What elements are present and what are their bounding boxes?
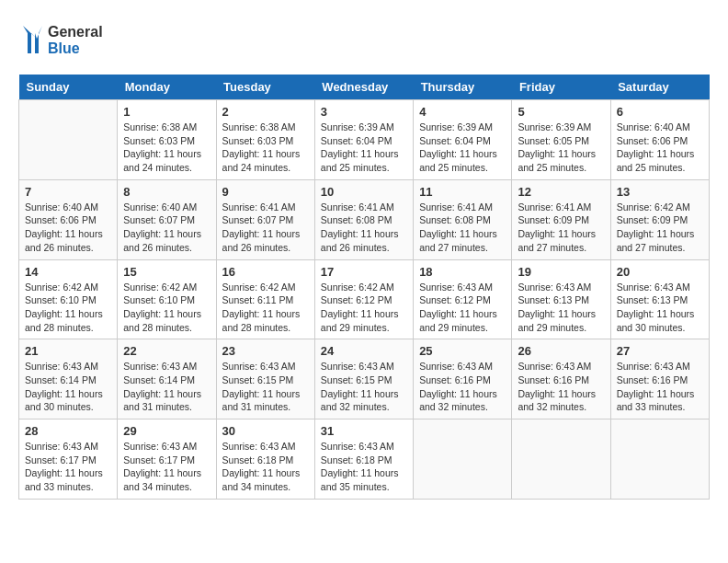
- date-number: 4: [419, 105, 506, 119]
- cell-info: Sunrise: 6:43 AM Sunset: 6:16 PM Dayligh…: [617, 360, 703, 414]
- calendar-cell: 25Sunrise: 6:43 AM Sunset: 6:16 PM Dayli…: [414, 339, 512, 419]
- date-number: 29: [123, 424, 210, 438]
- date-number: 7: [25, 185, 111, 199]
- svg-marker-1: [35, 26, 42, 53]
- cell-info: Sunrise: 6:40 AM Sunset: 6:07 PM Dayligh…: [123, 201, 210, 255]
- calendar-cell: 15Sunrise: 6:42 AM Sunset: 6:10 PM Dayli…: [118, 259, 216, 339]
- date-number: 5: [518, 105, 604, 119]
- calendar-week-5: 28Sunrise: 6:43 AM Sunset: 6:17 PM Dayli…: [19, 419, 710, 500]
- date-number: 2: [222, 105, 309, 119]
- date-number: 10: [321, 185, 407, 199]
- calendar-cell: 16Sunrise: 6:42 AM Sunset: 6:11 PM Dayli…: [216, 259, 314, 339]
- cell-info: Sunrise: 6:38 AM Sunset: 6:03 PM Dayligh…: [222, 121, 309, 175]
- svg-text:General: General: [48, 24, 103, 40]
- calendar-cell: 29Sunrise: 6:43 AM Sunset: 6:17 PM Dayli…: [118, 419, 216, 500]
- cell-info: Sunrise: 6:42 AM Sunset: 6:09 PM Dayligh…: [617, 201, 703, 255]
- cell-info: Sunrise: 6:42 AM Sunset: 6:10 PM Dayligh…: [25, 281, 111, 335]
- date-number: 3: [321, 105, 407, 119]
- calendar-cell: 18Sunrise: 6:43 AM Sunset: 6:12 PM Dayli…: [414, 259, 512, 339]
- cell-info: Sunrise: 6:41 AM Sunset: 6:07 PM Dayligh…: [222, 201, 309, 255]
- date-number: 13: [617, 185, 703, 199]
- cell-info: Sunrise: 6:43 AM Sunset: 6:17 PM Dayligh…: [123, 440, 210, 494]
- date-number: 27: [617, 344, 703, 358]
- calendar-cell: 13Sunrise: 6:42 AM Sunset: 6:09 PM Dayli…: [610, 179, 709, 259]
- calendar-cell: 2Sunrise: 6:38 AM Sunset: 6:03 PM Daylig…: [216, 100, 314, 180]
- date-number: 25: [419, 344, 506, 358]
- date-number: 23: [222, 344, 309, 358]
- day-header-tuesday: Tuesday: [216, 75, 314, 100]
- date-number: 8: [123, 185, 210, 199]
- calendar-cell: 28Sunrise: 6:43 AM Sunset: 6:17 PM Dayli…: [19, 419, 118, 500]
- cell-info: Sunrise: 6:43 AM Sunset: 6:14 PM Dayligh…: [123, 360, 210, 414]
- cell-info: Sunrise: 6:41 AM Sunset: 6:09 PM Dayligh…: [518, 201, 604, 255]
- date-number: 30: [222, 424, 309, 438]
- calendar-cell: 1Sunrise: 6:38 AM Sunset: 6:03 PM Daylig…: [118, 100, 216, 180]
- cell-info: Sunrise: 6:42 AM Sunset: 6:12 PM Dayligh…: [321, 281, 407, 335]
- calendar-week-3: 14Sunrise: 6:42 AM Sunset: 6:10 PM Dayli…: [19, 259, 710, 339]
- day-header-thursday: Thursday: [414, 75, 512, 100]
- calendar-cell: 8Sunrise: 6:40 AM Sunset: 6:07 PM Daylig…: [118, 179, 216, 259]
- day-header-saturday: Saturday: [610, 75, 709, 100]
- cell-info: Sunrise: 6:43 AM Sunset: 6:14 PM Dayligh…: [25, 360, 111, 414]
- cell-info: Sunrise: 6:38 AM Sunset: 6:03 PM Dayligh…: [123, 121, 210, 175]
- calendar-cell: 19Sunrise: 6:43 AM Sunset: 6:13 PM Dayli…: [512, 259, 610, 339]
- logo-svg: GeneralBlue: [18, 18, 119, 60]
- date-number: 11: [419, 185, 506, 199]
- date-number: 18: [419, 265, 506, 279]
- cell-info: Sunrise: 6:43 AM Sunset: 6:16 PM Dayligh…: [419, 360, 506, 414]
- date-number: 20: [617, 265, 703, 279]
- date-number: 16: [222, 265, 309, 279]
- calendar-cell: 14Sunrise: 6:42 AM Sunset: 6:10 PM Dayli…: [19, 259, 118, 339]
- logo: GeneralBlue: [18, 18, 119, 60]
- date-number: 28: [25, 424, 111, 438]
- calendar-week-1: 1Sunrise: 6:38 AM Sunset: 6:03 PM Daylig…: [19, 100, 710, 180]
- calendar-cell: 5Sunrise: 6:39 AM Sunset: 6:05 PM Daylig…: [512, 100, 610, 180]
- day-header-monday: Monday: [118, 75, 216, 100]
- calendar-cell: 3Sunrise: 6:39 AM Sunset: 6:04 PM Daylig…: [314, 100, 413, 180]
- date-number: 24: [321, 344, 407, 358]
- day-header-row: SundayMondayTuesdayWednesdayThursdayFrid…: [19, 75, 710, 100]
- page-header: GeneralBlue: [18, 18, 710, 60]
- day-header-wednesday: Wednesday: [314, 75, 413, 100]
- calendar-cell: 22Sunrise: 6:43 AM Sunset: 6:14 PM Dayli…: [118, 339, 216, 419]
- cell-info: Sunrise: 6:43 AM Sunset: 6:13 PM Dayligh…: [518, 281, 604, 335]
- cell-info: Sunrise: 6:43 AM Sunset: 6:17 PM Dayligh…: [25, 440, 111, 494]
- calendar-table: SundayMondayTuesdayWednesdayThursdayFrid…: [18, 75, 710, 500]
- calendar-cell: 7Sunrise: 6:40 AM Sunset: 6:06 PM Daylig…: [19, 179, 118, 259]
- calendar-cell: 20Sunrise: 6:43 AM Sunset: 6:13 PM Dayli…: [610, 259, 709, 339]
- cell-info: Sunrise: 6:43 AM Sunset: 6:13 PM Dayligh…: [617, 281, 703, 335]
- date-number: 19: [518, 265, 604, 279]
- date-number: 22: [123, 344, 210, 358]
- date-number: 12: [518, 185, 604, 199]
- svg-text:Blue: Blue: [48, 40, 80, 56]
- calendar-cell: 17Sunrise: 6:42 AM Sunset: 6:12 PM Dayli…: [314, 259, 413, 339]
- cell-info: Sunrise: 6:43 AM Sunset: 6:16 PM Dayligh…: [518, 360, 604, 414]
- cell-info: Sunrise: 6:43 AM Sunset: 6:15 PM Dayligh…: [321, 360, 407, 414]
- date-number: 21: [25, 344, 111, 358]
- date-number: 1: [123, 105, 210, 119]
- date-number: 31: [321, 424, 407, 438]
- cell-info: Sunrise: 6:42 AM Sunset: 6:11 PM Dayligh…: [222, 281, 309, 335]
- calendar-cell: 10Sunrise: 6:41 AM Sunset: 6:08 PM Dayli…: [314, 179, 413, 259]
- day-header-sunday: Sunday: [19, 75, 118, 100]
- date-number: 9: [222, 185, 309, 199]
- cell-info: Sunrise: 6:43 AM Sunset: 6:18 PM Dayligh…: [222, 440, 309, 494]
- calendar-cell: [512, 419, 610, 500]
- calendar-cell: 9Sunrise: 6:41 AM Sunset: 6:07 PM Daylig…: [216, 179, 314, 259]
- cell-info: Sunrise: 6:39 AM Sunset: 6:05 PM Dayligh…: [518, 121, 604, 175]
- calendar-cell: 12Sunrise: 6:41 AM Sunset: 6:09 PM Dayli…: [512, 179, 610, 259]
- date-number: 26: [518, 344, 604, 358]
- calendar-cell: [19, 100, 118, 180]
- calendar-cell: 30Sunrise: 6:43 AM Sunset: 6:18 PM Dayli…: [216, 419, 314, 500]
- calendar-week-4: 21Sunrise: 6:43 AM Sunset: 6:14 PM Dayli…: [19, 339, 710, 419]
- cell-info: Sunrise: 6:40 AM Sunset: 6:06 PM Dayligh…: [25, 201, 111, 255]
- date-number: 14: [25, 265, 111, 279]
- date-number: 6: [617, 105, 703, 119]
- cell-info: Sunrise: 6:39 AM Sunset: 6:04 PM Dayligh…: [321, 121, 407, 175]
- calendar-cell: 21Sunrise: 6:43 AM Sunset: 6:14 PM Dayli…: [19, 339, 118, 419]
- cell-info: Sunrise: 6:41 AM Sunset: 6:08 PM Dayligh…: [419, 201, 506, 255]
- calendar-cell: 4Sunrise: 6:39 AM Sunset: 6:04 PM Daylig…: [414, 100, 512, 180]
- calendar-cell: 31Sunrise: 6:43 AM Sunset: 6:18 PM Dayli…: [314, 419, 413, 500]
- calendar-cell: 24Sunrise: 6:43 AM Sunset: 6:15 PM Dayli…: [314, 339, 413, 419]
- svg-marker-0: [23, 26, 37, 53]
